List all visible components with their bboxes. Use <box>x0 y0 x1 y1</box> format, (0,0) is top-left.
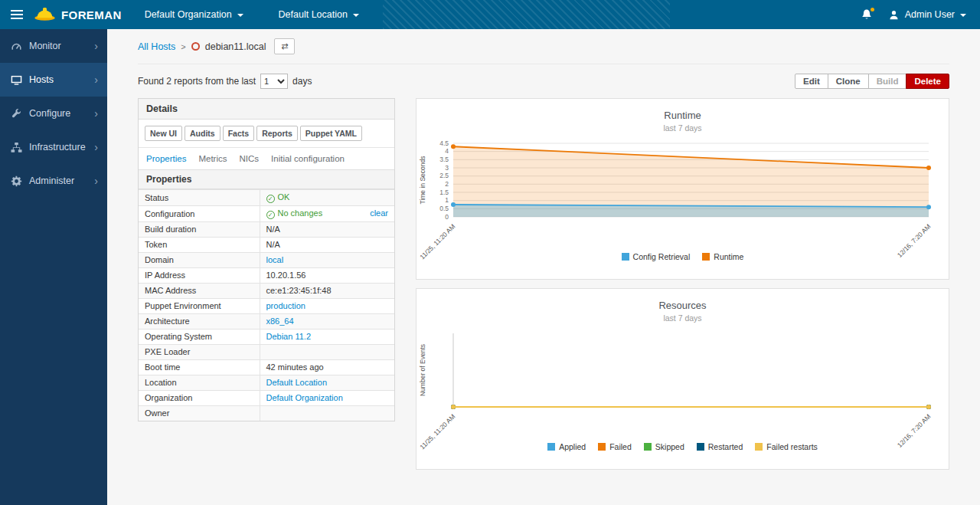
notifications-bell-icon[interactable] <box>861 8 873 21</box>
legend-item: Failed <box>598 442 632 451</box>
svg-text:0: 0 <box>445 213 449 221</box>
legend-swatch <box>598 443 606 451</box>
reports-summary: Found 2 reports from the last 1 days <box>138 74 312 89</box>
svg-text:3.5: 3.5 <box>439 156 449 163</box>
resources-chart-card: Resources last 7 days Number of Events11… <box>416 288 949 470</box>
report-toolbar: Found 2 reports from the last 1 days Edi… <box>138 74 949 89</box>
legend-label: Failed <box>609 442 632 451</box>
days-select[interactable]: 1 <box>260 74 288 89</box>
legend-swatch <box>755 443 763 451</box>
runtime-chart-subtitle: last 7 days <box>416 123 949 133</box>
runtime-chart-legend: Config RetrievalRuntime <box>416 252 949 261</box>
property-link[interactable]: local <box>266 255 284 264</box>
resources-chart-subtitle: last 7 days <box>416 313 949 323</box>
property-row: TokenN/A <box>139 238 394 253</box>
tachometer-icon <box>11 41 22 52</box>
property-value <box>260 345 394 360</box>
legend-swatch <box>644 443 652 451</box>
clear-link[interactable]: clear <box>370 208 388 218</box>
clone-button[interactable]: Clone <box>828 74 869 89</box>
legend-item: Runtime <box>702 252 743 261</box>
legend-item: Applied <box>547 442 586 451</box>
delete-button[interactable]: Delete <box>906 74 949 89</box>
audits-button[interactable]: Audits <box>185 126 220 141</box>
puppet-yaml-button[interactable]: Puppet YAML <box>300 126 362 141</box>
foreman-hardhat-logo <box>34 6 56 23</box>
property-label: PXE Loader <box>139 345 260 360</box>
masthead: FOREMAN Default Organization Default Loc… <box>0 0 980 29</box>
masthead-stripe-pattern <box>383 0 670 29</box>
legend-item: Config Retrieval <box>622 252 691 261</box>
sidebar-item-administer[interactable]: Administer › <box>0 164 107 198</box>
sidebar-item-label: Administer <box>29 175 74 186</box>
facts-button[interactable]: Facts <box>223 126 254 141</box>
reports-button[interactable]: Reports <box>256 126 298 141</box>
chevron-right-icon: › <box>94 74 98 85</box>
notification-dot <box>871 8 874 11</box>
property-label: IP Address <box>139 268 260 284</box>
property-link[interactable]: Debian 11.2 <box>266 332 312 341</box>
user-name: Admin User <box>905 9 955 20</box>
gear-icon <box>11 175 22 187</box>
svg-text:2: 2 <box>445 180 449 188</box>
ok-check-icon: ✓ <box>266 195 275 203</box>
edit-button[interactable]: Edit <box>795 74 828 89</box>
sidebar-item-configure[interactable]: Configure › <box>0 97 107 130</box>
property-link[interactable]: production <box>266 301 305 310</box>
tab-initial-configuration[interactable]: Initial configuration <box>271 148 345 169</box>
property-row: IP Address10.20.1.56 <box>139 268 394 284</box>
properties-table: Status✓OKConfiguration✓No changesclearBu… <box>139 189 394 421</box>
sidebar-item-monitor[interactable]: Monitor › <box>0 29 107 63</box>
property-label: Operating System <box>139 330 260 345</box>
breadcrumb-current-host: debian11.local <box>205 41 266 52</box>
ok-check-icon: ✓ <box>266 211 275 219</box>
legend-item: Restarted <box>697 442 743 451</box>
masthead-utilities: Admin User <box>861 8 980 21</box>
legend-label: Skipped <box>655 442 684 451</box>
chevron-right-icon: › <box>94 41 98 51</box>
resources-chart-plot: Number of Events11/25, 11:20 AM12/16, 7:… <box>416 327 949 442</box>
chevron-down-icon <box>960 14 966 17</box>
property-link[interactable]: x86_64 <box>266 316 294 326</box>
property-link[interactable]: Default Organization <box>266 393 343 402</box>
resources-chart-title: Resources <box>416 300 949 311</box>
tab-metrics[interactable]: Metrics <box>198 148 227 169</box>
property-value: local <box>260 253 394 268</box>
tab-properties[interactable]: Properties <box>146 148 186 169</box>
property-row: Status✓OK <box>139 190 394 206</box>
hamburger-menu-icon[interactable] <box>0 0 34 29</box>
tab-nics[interactable]: NICs <box>239 148 259 169</box>
sidebar-item-hosts[interactable]: Hosts › <box>0 63 107 97</box>
legend-label: Restarted <box>708 442 743 451</box>
organization-selector-label: Default Organization <box>145 9 232 20</box>
sidebar-item-infrastructure[interactable]: Infrastructure › <box>0 130 107 164</box>
property-row: Configuration✓No changesclear <box>139 206 394 222</box>
user-menu[interactable]: Admin User <box>888 9 966 21</box>
host-action-buttons: Edit Clone Build Delete <box>795 74 949 89</box>
new-ui-button[interactable]: New UI <box>145 126 182 141</box>
property-row: Domainlocal <box>139 253 394 268</box>
details-tabs: Properties Metrics NICs Initial configur… <box>139 148 394 170</box>
foreman-brand[interactable]: FOREMAN <box>34 6 122 23</box>
svg-text:4: 4 <box>445 147 449 155</box>
property-value: 42 minutes ago <box>260 360 394 375</box>
location-selector[interactable]: Default Location <box>266 0 371 29</box>
property-row: MAC Addressce:e1:23:45:1f:48 <box>139 284 394 299</box>
property-value: ✓OK <box>260 190 394 206</box>
property-value: x86_64 <box>260 314 394 330</box>
legend-item: Failed restarts <box>755 442 818 451</box>
host-switcher-button[interactable]: ⇄ <box>274 38 295 54</box>
chevron-right-icon: › <box>94 108 98 119</box>
legend-swatch <box>697 443 704 451</box>
organization-selector[interactable]: Default Organization <box>132 0 256 29</box>
breadcrumb-all-hosts-link[interactable]: All Hosts <box>138 41 175 52</box>
build-button[interactable]: Build <box>868 74 907 89</box>
property-label: Boot time <box>139 360 260 375</box>
details-heading: Details <box>139 99 394 120</box>
svg-text:4.5: 4.5 <box>439 139 449 147</box>
svg-text:Number of Events: Number of Events <box>419 344 426 396</box>
property-label: Token <box>139 238 260 253</box>
property-value: N/A <box>260 238 394 253</box>
wrench-icon <box>11 108 22 120</box>
property-link[interactable]: Default Location <box>266 378 328 387</box>
